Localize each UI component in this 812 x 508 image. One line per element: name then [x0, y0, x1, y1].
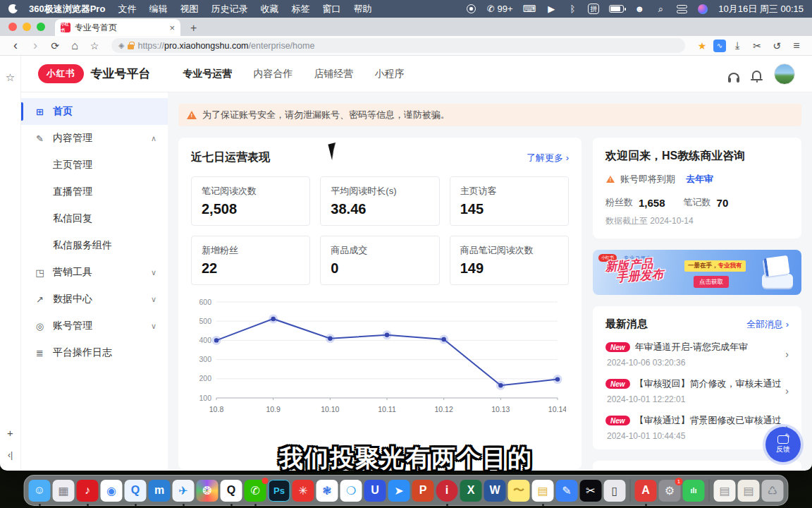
top-nav-item[interactable]: 店铺经营	[314, 68, 354, 80]
undo-icon[interactable]: ↺	[768, 38, 785, 54]
dock-item-capcut[interactable]: ✂	[580, 480, 602, 502]
dock-item-netease-music[interactable]: ♪	[77, 480, 99, 502]
spotlight-search-icon[interactable]: ⌕	[655, 4, 666, 15]
bluetooth-icon[interactable]: ᛒ	[567, 4, 578, 15]
menubar-app-name[interactable]: 360极速浏览器Pro	[29, 3, 105, 16]
dock-item-dingtalk[interactable]: ➤	[388, 480, 410, 502]
renew-link[interactable]: 去年审	[686, 173, 713, 186]
control-center-icon[interactable]	[676, 4, 687, 15]
message-item[interactable]: New年审通道开启-请您完成年审2024-10-06 03:20:36›	[605, 341, 789, 368]
menubar-menu-视图[interactable]: 视图	[180, 4, 198, 14]
sidebar-item[interactable]: ✎内容管理∧	[21, 125, 168, 152]
sidebar-item[interactable]: 主页管理	[21, 152, 168, 179]
message-item[interactable]: New【审核通过】背景图修改已审核通过！2024-10-01 10:44:45›	[605, 414, 789, 441]
wechat-status-icon[interactable]: ✆ 99+	[487, 4, 513, 15]
dock-item-minimized-window[interactable]: ▤	[714, 480, 736, 502]
download-icon[interactable]: ⤓	[729, 38, 746, 54]
shield-icon[interactable]: ◈	[118, 41, 124, 50]
customer-service-icon[interactable]	[728, 73, 739, 79]
message-item[interactable]: New【审核驳回】简介修改，审核未通过！2024-10-01 12:22:01›	[605, 377, 789, 404]
dock-item-launchpad[interactable]: ▦	[53, 480, 75, 502]
dock-item-pencil-app[interactable]: ✎	[556, 480, 578, 502]
dock-item-stocks-app[interactable]: ılı	[683, 480, 705, 502]
dock-item-clock-red-app[interactable]: ✳	[293, 480, 314, 502]
minimize-window-button[interactable]	[23, 23, 31, 31]
dock-item-notes[interactable]: ▤	[532, 480, 554, 502]
tab-close-icon[interactable]: ×	[169, 23, 175, 33]
menubar-menu-编辑[interactable]: 编辑	[149, 4, 167, 14]
menubar-menu-窗口[interactable]: 窗口	[322, 4, 340, 14]
promo-banner[interactable]: 小红书 专业号平台 新版产品 手册发布 一册在手，专业我有 点击获取	[593, 250, 801, 295]
dock-item-qq[interactable]: Q	[221, 480, 242, 502]
sidebar-item[interactable]: ◳营销工具∨	[21, 259, 168, 286]
dock-item-rings-app[interactable]: ❃	[316, 480, 338, 502]
keyboard-icon[interactable]: ⌨	[523, 4, 536, 15]
new-tab-button[interactable]: +	[190, 22, 197, 36]
screenshot-scissors-icon[interactable]: ✂	[749, 38, 765, 54]
dock-item-trash[interactable]: ♺	[762, 480, 784, 502]
dock-item-iphone-mirroring[interactable]: ▯	[604, 480, 626, 502]
all-messages-link[interactable]: 全部消息 ›	[746, 318, 789, 331]
close-window-button[interactable]	[8, 23, 17, 31]
xiaohongshu-logo[interactable]: 小红书	[38, 64, 84, 83]
siri-icon[interactable]	[697, 4, 708, 15]
menubar-menu-历史记录[interactable]: 历史记录	[211, 4, 247, 14]
browser-menu-icon[interactable]: ≡	[788, 38, 805, 54]
bookmark-star-icon[interactable]: ☆	[86, 38, 103, 54]
menubar-menu-标签[interactable]: 标签	[291, 4, 309, 14]
zoom-window-button[interactable]	[37, 23, 45, 31]
sidebar-item[interactable]: 私信回复	[21, 205, 168, 232]
top-nav-item[interactable]: 专业号运营	[183, 68, 233, 80]
collect-app-icon[interactable]: ∿	[713, 40, 726, 52]
top-nav-item[interactable]: 小程序	[375, 68, 405, 80]
dock-item-excel[interactable]: X	[460, 480, 482, 502]
dock-item-minimized-window[interactable]: ▤	[738, 480, 760, 502]
dock-item-u-app[interactable]: U	[364, 480, 386, 502]
dock-item-safari[interactable]: ✈	[173, 480, 195, 502]
user-status-icon[interactable]: ☻	[634, 4, 645, 15]
notification-bell-icon[interactable]	[752, 71, 761, 79]
menubar-datetime[interactable]: 10月16日 周三 00:15	[718, 3, 804, 16]
sidebar-item[interactable]: ◎账号管理∨	[21, 313, 168, 339]
input-method-icon[interactable]: 拼	[588, 4, 599, 14]
dock-item-finder[interactable]: ☺	[29, 480, 51, 502]
menubar-menu-帮助[interactable]: 帮助	[353, 4, 371, 14]
dock-item-stickies[interactable]: 〜	[508, 480, 530, 502]
reload-icon[interactable]: ⟳	[47, 38, 63, 54]
dock-item-word[interactable]: W	[484, 480, 506, 502]
play-status-icon[interactable]: ▶	[546, 4, 557, 15]
dock-item-chat-app[interactable]: ❍	[340, 480, 362, 502]
sidebar-item[interactable]: ⊞首页	[21, 98, 168, 125]
dock-item-photoshop[interactable]: Ps	[269, 480, 290, 502]
side-add-icon[interactable]: +	[7, 427, 13, 439]
learn-more-link[interactable]: 了解更多 ›	[527, 152, 569, 164]
dock-item-powerpoint[interactable]: P	[412, 480, 434, 502]
screen-record-icon[interactable]	[466, 4, 477, 15]
sidebar-favorites-icon[interactable]: ☆	[6, 71, 15, 84]
dock-item-chrome[interactable]: ◉	[101, 480, 123, 502]
dock-item-system-settings[interactable]: ⚙1	[659, 480, 681, 502]
dock-item-red-i-app[interactable]: i	[436, 480, 458, 502]
favorite-star-icon[interactable]: ★	[694, 38, 710, 54]
forward-icon[interactable]: ›	[27, 38, 44, 54]
sidebar-item[interactable]: ≣平台操作日志	[21, 339, 168, 366]
sidebar-item[interactable]: 直播管理	[21, 179, 168, 205]
dock-item-maxthon[interactable]: m	[149, 480, 171, 502]
promo-cta-button[interactable]: 点击获取	[694, 276, 729, 288]
dock-item-wechat[interactable]: ✆	[245, 480, 266, 502]
apple-icon[interactable]	[8, 4, 18, 13]
url-bar[interactable]: ◈ https://pro.xiaohongshu.com/enterprise…	[111, 38, 685, 53]
dock-item-qq-browser[interactable]: Q	[125, 480, 147, 502]
dock-item-red-a-app[interactable]: A	[635, 480, 657, 502]
sidebar-item[interactable]: ↗数据中心∨	[21, 286, 168, 313]
back-icon[interactable]: ‹	[7, 38, 24, 54]
user-avatar[interactable]	[774, 64, 795, 85]
battery-icon[interactable]	[609, 4, 624, 15]
top-nav-item[interactable]: 内容合作	[254, 68, 293, 80]
menubar-menu-文件[interactable]: 文件	[118, 4, 136, 14]
menubar-menu-收藏[interactable]: 收藏	[260, 4, 278, 14]
browser-tab[interactable]: 小红书 专业号首页 ×	[55, 19, 180, 36]
home-icon[interactable]: ⌂	[66, 38, 83, 54]
sidebar-item[interactable]: 私信服务组件	[21, 232, 168, 259]
dock-item-browser-360[interactable]: ❂	[197, 480, 219, 502]
